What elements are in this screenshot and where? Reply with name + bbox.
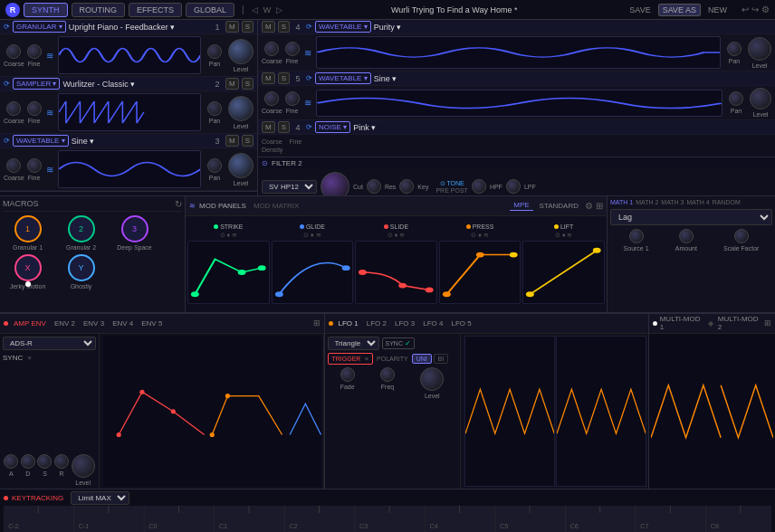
mod-tab-mpe[interactable]: MPE	[510, 200, 532, 211]
macros-refresh-icon[interactable]: ↻	[175, 199, 182, 209]
env-tab-amp[interactable]: AMP ENV	[11, 318, 49, 328]
tab-global[interactable]: GLOBAL	[186, 3, 234, 17]
redo-icon[interactable]: ↪	[751, 5, 759, 14]
env-r-knob[interactable]	[54, 454, 69, 469]
lfo-fade-knob[interactable]	[340, 367, 355, 382]
osc1-level-knob[interactable]	[228, 39, 254, 64]
osc5-coarse-knob[interactable]	[264, 91, 279, 106]
lfo-level-knob[interactable]	[420, 367, 444, 391]
math-tab-4[interactable]: MATH 4	[686, 199, 709, 205]
osc3-s-btn[interactable]: S	[242, 135, 254, 147]
osc3-m-btn[interactable]: M	[225, 135, 239, 147]
osc1-pan-knob[interactable]	[207, 44, 222, 59]
mod-expand-icon[interactable]: ⊞	[596, 201, 603, 211]
save-as-button[interactable]: SAVE AS	[658, 4, 701, 16]
math-amount-knob[interactable]	[679, 229, 694, 243]
env-tab-3[interactable]: ENV 3	[81, 318, 107, 328]
filter2-res-knob[interactable]	[367, 179, 381, 194]
tab-synth[interactable]: SYNTH	[24, 3, 68, 17]
new-button[interactable]: NEW	[704, 5, 731, 15]
osc2-name[interactable]: Wurlitzer - Classic ▾	[62, 80, 209, 89]
tab-effects[interactable]: EFFECTS	[129, 3, 182, 17]
lfo-freq-knob[interactable]	[380, 367, 395, 382]
mod-settings-icon[interactable]: ⚙	[585, 201, 593, 211]
osc4-name[interactable]: Purity ▾	[374, 23, 771, 32]
math-type-select[interactable]: Lag	[610, 209, 772, 225]
undo-icon[interactable]: ↩	[742, 5, 749, 14]
macro-1-circle[interactable]: 1	[14, 215, 42, 242]
osc1-coarse-knob[interactable]	[6, 44, 21, 59]
osc5-s-btn[interactable]: S	[278, 72, 290, 84]
env-level-knob[interactable]	[72, 454, 95, 478]
env-tab-4[interactable]: ENV 4	[110, 318, 136, 328]
lfo-type-select[interactable]: Triangle	[328, 337, 379, 350]
lfo-tab-5[interactable]: LFO 5	[448, 318, 474, 328]
macro-2-circle[interactable]: 2	[68, 215, 95, 242]
lfo-polarity-uni[interactable]: UNI	[412, 354, 432, 364]
math-scalefactor-knob[interactable]	[734, 229, 749, 243]
macro-3-circle[interactable]: 3	[121, 215, 148, 242]
osc2-m-btn[interactable]: M	[225, 78, 239, 90]
osc6-name[interactable]: Pink ▾	[353, 123, 771, 132]
env-tab-5[interactable]: ENV 5	[139, 318, 165, 328]
math-tab-1[interactable]: MATH 1	[610, 199, 633, 205]
osc5-type[interactable]: WAVETABLE ▾	[315, 72, 371, 84]
osc3-fine-knob[interactable]	[27, 158, 42, 173]
math-tab-3[interactable]: MATH 3	[661, 199, 684, 205]
osc2-level-knob[interactable]	[228, 96, 254, 121]
save-button[interactable]: SAVE	[626, 5, 654, 15]
math-source1-knob[interactable]	[629, 229, 644, 243]
osc5-pan-knob[interactable]	[729, 91, 743, 106]
osc1-m-btn[interactable]: M	[225, 21, 239, 33]
osc5-fine-knob[interactable]	[285, 91, 300, 106]
env-a-knob[interactable]	[4, 454, 18, 469]
filter2-lpf-knob[interactable]	[506, 179, 521, 194]
macro-x-circle[interactable]: X	[14, 254, 42, 281]
osc4-fine-knob[interactable]	[285, 42, 300, 56]
osc5-name[interactable]: Sine ▾	[374, 74, 771, 83]
osc3-type[interactable]: WAVETABLE ▾	[13, 135, 69, 147]
tab-routing[interactable]: ROUTING	[72, 3, 126, 17]
env-d-knob[interactable]	[21, 454, 35, 469]
osc4-type[interactable]: WAVETABLE ▾	[315, 21, 371, 33]
filter2-key-knob[interactable]	[399, 179, 414, 194]
osc4-m-btn[interactable]: M	[262, 21, 275, 33]
env-tab-2[interactable]: ENV 2	[52, 318, 78, 328]
osc1-name[interactable]: Upright Piano - Feedbacker ▾	[69, 23, 209, 32]
osc2-fine-knob[interactable]	[27, 101, 42, 116]
mod-matrix-label[interactable]: MOD MATRIX	[254, 202, 300, 210]
osc4-coarse-knob[interactable]	[264, 42, 279, 56]
osc2-s-btn[interactable]: S	[242, 78, 254, 90]
math-tab-2[interactable]: MATH 2	[636, 199, 658, 205]
lfo-polarity-bi[interactable]: BI	[434, 354, 449, 364]
osc4-pan-knob[interactable]	[727, 42, 742, 56]
filter2-type-select[interactable]: SV HP12	[262, 180, 317, 194]
osc3-level-knob[interactable]	[228, 153, 254, 178]
osc2-type[interactable]: SAMPLER ▾	[13, 78, 60, 90]
settings-icon[interactable]: ⚙	[761, 5, 770, 14]
env-expand-icon[interactable]: ⊞	[313, 318, 321, 328]
multimod-2-label[interactable]: MULTI-MOD 2	[718, 315, 761, 331]
osc1-s-btn[interactable]: S	[242, 21, 254, 33]
osc3-pan-knob[interactable]	[207, 158, 222, 173]
filter2-hpf-knob[interactable]	[472, 179, 486, 194]
filter2-pre[interactable]: PRE	[435, 187, 448, 194]
osc5-m-btn[interactable]: M	[262, 72, 275, 84]
osc6-s-btn[interactable]: S	[278, 121, 290, 133]
math-tab-random[interactable]: RANDOM	[713, 199, 741, 205]
multimod-expand-icon[interactable]: ⊞	[764, 318, 771, 328]
lfo-tab-4[interactable]: LFO 4	[420, 318, 445, 328]
multimod-1-label[interactable]: MULTI-MOD 1	[660, 315, 703, 331]
osc1-fine-knob[interactable]	[27, 44, 42, 59]
mod-tab-standard[interactable]: STANDARD	[536, 201, 582, 211]
lfo-tab-1[interactable]: LFO 1	[336, 318, 361, 328]
osc5-level-knob[interactable]	[750, 88, 771, 109]
osc2-pan-knob[interactable]	[207, 101, 222, 116]
osc1-type[interactable]: GRANULAR ▾	[13, 21, 66, 33]
env-sync-close[interactable]: ×	[27, 354, 32, 362]
osc4-level-knob[interactable]	[748, 37, 771, 61]
filter2-post[interactable]: POST	[451, 187, 468, 194]
env-s-knob[interactable]	[37, 454, 52, 469]
lfo-trigger-close[interactable]: ×	[364, 355, 368, 363]
macro-y-circle[interactable]: Y	[68, 254, 95, 281]
